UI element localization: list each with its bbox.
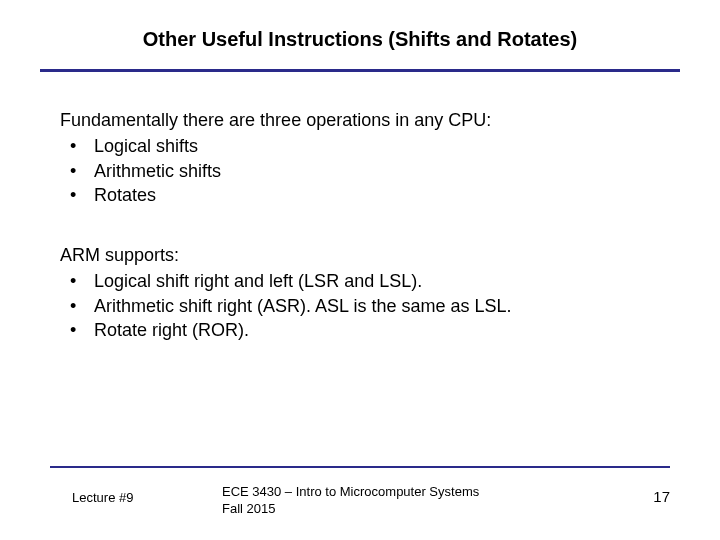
slide-body: Fundamentally there are three operations… <box>0 72 720 342</box>
bullet-icon: • <box>70 183 94 207</box>
bullet-text: Logical shift right and left (LSR and LS… <box>94 269 660 293</box>
bullet-text: Arithmetic shifts <box>94 159 660 183</box>
footer-divider <box>50 466 670 468</box>
bullet-text: Logical shifts <box>94 134 660 158</box>
section-fundamentals: Fundamentally there are three operations… <box>60 108 660 207</box>
list-item: • Arithmetic shift right (ASR). ASL is t… <box>60 294 660 318</box>
bullet-icon: • <box>70 159 94 183</box>
page-number: 17 <box>610 484 670 505</box>
section2-intro: ARM supports: <box>60 243 660 267</box>
list-item: • Logical shift right and left (LSR and … <box>60 269 660 293</box>
bullet-icon: • <box>70 294 94 318</box>
slide-title: Other Useful Instructions (Shifts and Ro… <box>143 28 577 51</box>
footer-course-line2: Fall 2015 <box>222 501 610 518</box>
list-item: • Logical shifts <box>60 134 660 158</box>
bullet-text: Rotates <box>94 183 660 207</box>
list-item: • Arithmetic shifts <box>60 159 660 183</box>
bullet-icon: • <box>70 134 94 158</box>
section1-intro: Fundamentally there are three operations… <box>60 108 660 132</box>
section-arm-supports: ARM supports: • Logical shift right and … <box>60 243 660 342</box>
footer-lecture: Lecture #9 <box>72 484 222 505</box>
bullet-icon: • <box>70 318 94 342</box>
bullet-text: Rotate right (ROR). <box>94 318 660 342</box>
slide-footer: Lecture #9 ECE 3430 – Intro to Microcomp… <box>0 484 720 518</box>
list-item: • Rotates <box>60 183 660 207</box>
list-item: • Rotate right (ROR). <box>60 318 660 342</box>
footer-course: ECE 3430 – Intro to Microcomputer System… <box>222 484 610 518</box>
footer-course-line1: ECE 3430 – Intro to Microcomputer System… <box>222 484 610 501</box>
bullet-icon: • <box>70 269 94 293</box>
bullet-text: Arithmetic shift right (ASR). ASL is the… <box>94 294 660 318</box>
